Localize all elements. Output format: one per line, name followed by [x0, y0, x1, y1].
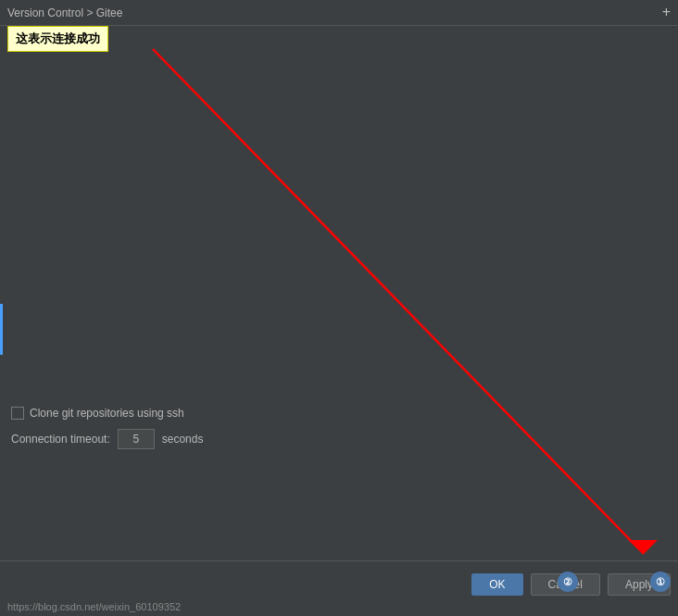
top-bar: Version Control > Gitee + [0, 0, 678, 26]
url-bar: https://blog.csdn.net/weixin_60109352 [0, 597, 678, 616]
clone-ssh-row: Clone git repositories using ssh [11, 407, 678, 420]
footer-bar: ② ① OK Cancel Apply https://blog.csdn.ne… [0, 560, 678, 616]
topbar-title: Version Control > Gitee [7, 6, 122, 19]
badge-2-container: ② [558, 572, 578, 592]
left-accent-bar [0, 304, 3, 355]
seconds-label: seconds [162, 433, 204, 446]
annotation-text: 这表示连接成功 [16, 31, 100, 45]
annotation-box: 这表示连接成功 [7, 26, 108, 52]
ok-button[interactable]: OK [471, 573, 522, 596]
url-text: https://blog.csdn.net/weixin_60109352 [7, 601, 181, 612]
timeout-row: Connection timeout: seconds [11, 429, 678, 449]
clone-ssh-label: Clone git repositories using ssh [30, 407, 184, 420]
timeout-input[interactable] [118, 429, 155, 449]
options-area: Clone git repositories using ssh Connect… [11, 407, 678, 449]
timeout-label: Connection timeout: [11, 433, 110, 446]
badge-2: ② [558, 572, 578, 592]
badge-1: ① [650, 572, 671, 592]
add-button[interactable]: + [662, 4, 671, 20]
clone-ssh-checkbox[interactable] [11, 407, 24, 420]
badge-1-container: ① [650, 572, 671, 592]
main-area: Clone git repositories using ssh Connect… [0, 26, 678, 560]
